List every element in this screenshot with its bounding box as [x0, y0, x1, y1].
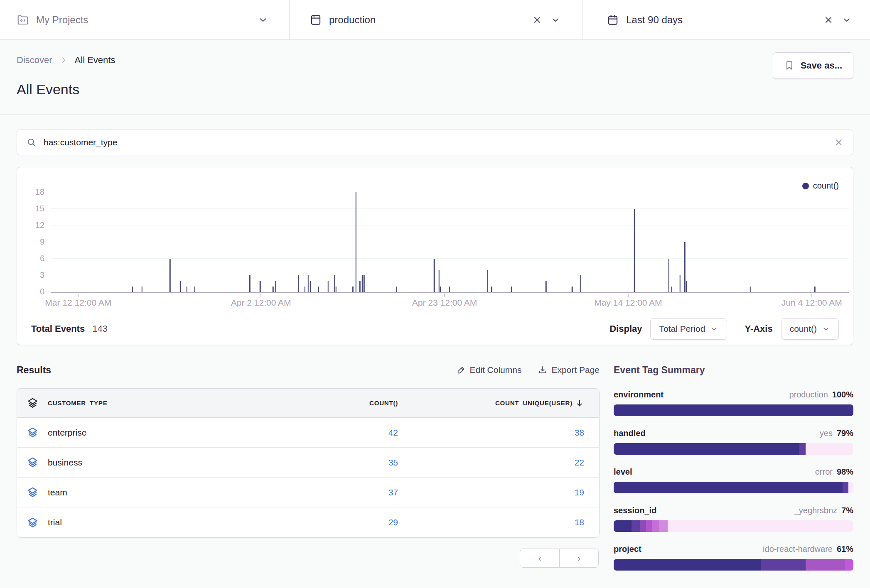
environment-filter[interactable]: production	[290, 0, 582, 39]
tag-bar-segment[interactable]	[614, 559, 761, 571]
environment-clear-icon[interactable]	[532, 15, 542, 25]
chart-bar[interactable]	[634, 209, 635, 292]
x-axis-tick	[78, 294, 79, 297]
search-bar[interactable]: has:customer_type	[17, 130, 853, 155]
tag-bar-segment[interactable]	[614, 482, 843, 493]
chart-bar[interactable]	[440, 287, 441, 292]
gridline	[51, 242, 849, 242]
cell-customer-type: team	[48, 488, 263, 497]
tag-bar-segment[interactable]	[845, 559, 853, 571]
events-bar-chart[interactable]: 0369121518	[51, 191, 849, 293]
cell-count-unique-link[interactable]: 19	[400, 488, 599, 497]
chart-bar[interactable]	[438, 270, 440, 292]
chart-bar[interactable]	[814, 287, 816, 292]
tag-bar-segment[interactable]	[799, 443, 805, 455]
date-range-value: Last 90 days	[626, 14, 683, 26]
cell-count-link[interactable]: 42	[263, 428, 400, 438]
column-customer-type[interactable]: CUSTOMER_TYPE	[48, 399, 263, 407]
tag-bar-segment[interactable]	[659, 520, 668, 532]
chart-bar[interactable]	[434, 259, 435, 292]
tag-bar-segment[interactable]	[652, 520, 659, 532]
chart-bar[interactable]	[684, 242, 686, 292]
display-value: Total Period	[659, 324, 705, 334]
chart-bar[interactable]	[546, 281, 547, 292]
chart-bar[interactable]	[491, 287, 492, 292]
chart-bar[interactable]	[142, 287, 143, 292]
chart-bar[interactable]	[260, 281, 261, 292]
cell-count-unique-link[interactable]: 38	[400, 428, 599, 438]
chart-bar[interactable]	[327, 281, 329, 292]
tag-bar-segment[interactable]	[761, 559, 806, 571]
search-query[interactable]: has:customer_type	[44, 137, 834, 147]
tag-bar-segment[interactable]	[614, 404, 853, 416]
environment-chevron-down-icon[interactable]	[551, 15, 560, 25]
export-page-button[interactable]: Export Page	[538, 365, 600, 375]
layers-icon	[17, 427, 48, 438]
pagination-next-button[interactable]: ›	[559, 549, 598, 567]
cell-count-unique-link[interactable]: 22	[400, 458, 599, 468]
chart-bar[interactable]	[275, 281, 276, 292]
search-clear-icon[interactable]	[834, 137, 844, 147]
chart-bar[interactable]	[449, 287, 450, 292]
chart-bar[interactable]	[580, 275, 581, 292]
pagination-prev-button[interactable]: ‹	[520, 549, 559, 567]
tag-summary-heading: Event Tag Summary	[614, 363, 853, 377]
chart-bar[interactable]	[668, 259, 670, 292]
tag-bar-segment[interactable]	[614, 520, 632, 532]
chart-bar[interactable]	[511, 287, 512, 292]
save-as-button[interactable]: Save as...	[773, 52, 853, 79]
breadcrumb-discover-link[interactable]: Discover	[17, 55, 52, 66]
project-chevron-down-icon[interactable]	[258, 15, 268, 25]
tag-bar-segment[interactable]	[843, 482, 848, 493]
cell-count-unique-link[interactable]: 18	[400, 517, 599, 527]
chart-bar[interactable]	[679, 275, 681, 292]
chart-bar[interactable]	[750, 287, 751, 292]
chart-bar[interactable]	[352, 287, 354, 292]
tag-bar-segment[interactable]	[614, 443, 799, 455]
chart-bar[interactable]	[318, 287, 319, 292]
column-count[interactable]: COUNT()	[263, 399, 400, 407]
date-range-filter[interactable]: Last 90 days	[582, 0, 870, 39]
chart-bar[interactable]	[194, 287, 196, 292]
chart-bar[interactable]	[310, 281, 311, 292]
chart-bar[interactable]	[273, 287, 274, 292]
cell-count-link[interactable]: 29	[263, 517, 400, 527]
tag-bar-segment[interactable]	[632, 520, 640, 532]
tag-bar-segment[interactable]	[640, 520, 646, 532]
edit-columns-button[interactable]: Edit Columns	[457, 365, 522, 375]
date-clear-icon[interactable]	[823, 15, 833, 25]
date-chevron-down-icon[interactable]	[842, 15, 852, 25]
chart-bar[interactable]	[487, 270, 489, 292]
chart-bar[interactable]	[249, 275, 251, 292]
column-count-unique-user[interactable]: COUNT_UNIQUE(USER)	[400, 399, 599, 408]
tag-top-value: _yeghrsbnz	[794, 506, 837, 515]
project-selector[interactable]: My Projects	[0, 0, 290, 39]
display-select[interactable]: Total Period	[650, 318, 727, 340]
chart-bar[interactable]	[686, 281, 687, 292]
chart-bar[interactable]	[170, 259, 171, 292]
tag-percent: 100%	[832, 390, 853, 399]
chart-bar[interactable]	[359, 281, 361, 292]
page-header: Discover All Events Save as... All Event…	[0, 40, 870, 115]
results-table: CUSTOMER_TYPE COUNT() COUNT_UNIQUE(USER)…	[17, 388, 600, 538]
chart-bar[interactable]	[334, 275, 335, 292]
cell-count-link[interactable]: 37	[263, 488, 400, 497]
chart-bar[interactable]	[396, 287, 398, 292]
chart-bar[interactable]	[671, 287, 672, 292]
chart-bar[interactable]	[356, 192, 357, 292]
chart-bar[interactable]	[298, 275, 299, 292]
chart-bar[interactable]	[572, 287, 573, 292]
tag-bar-segment[interactable]	[646, 520, 652, 532]
chart-bar[interactable]	[305, 287, 306, 292]
chart-bar[interactable]	[307, 275, 309, 292]
chart-bar[interactable]	[180, 281, 181, 292]
cell-count-link[interactable]: 35	[263, 458, 400, 468]
chart-bar[interactable]	[336, 287, 337, 292]
chart-bar[interactable]	[364, 275, 365, 292]
yaxis-select[interactable]: count()	[781, 318, 839, 340]
tag-bar-segment[interactable]	[806, 559, 845, 571]
tag-top-value: production	[789, 390, 828, 399]
chart-bar[interactable]	[186, 287, 187, 292]
chart-bar[interactable]	[132, 287, 133, 292]
chart-bar[interactable]	[362, 275, 363, 292]
